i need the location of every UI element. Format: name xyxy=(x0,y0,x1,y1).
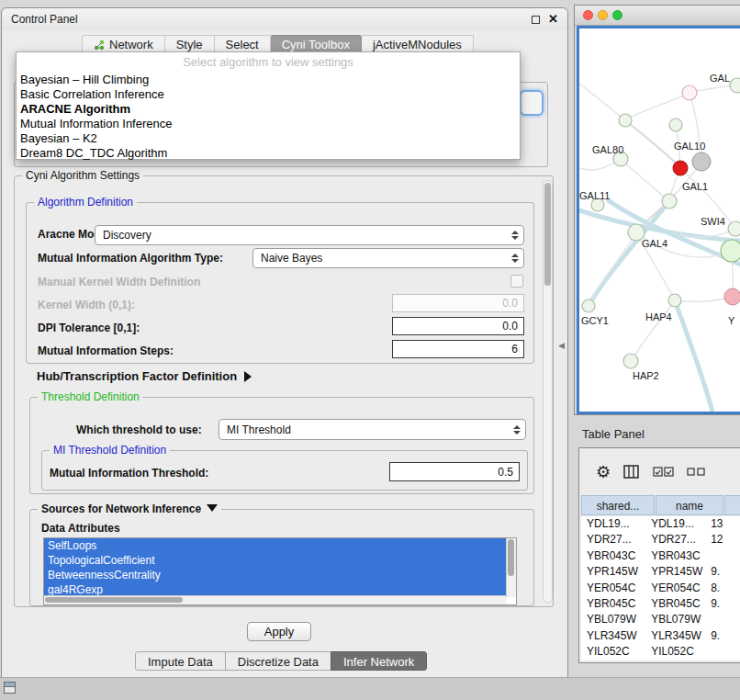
scrollbar-thumb[interactable] xyxy=(45,597,183,603)
list-horizontal-scrollbar[interactable] xyxy=(44,595,506,604)
table-row[interactable]: YIL052CYIL052C xyxy=(581,644,740,660)
data-attributes-list[interactable]: SelfLoops TopologicalCoefficient Between… xyxy=(43,537,517,605)
node-label: Y xyxy=(728,315,735,326)
list-item-selected[interactable]: SelfLoops xyxy=(44,538,506,553)
network-node[interactable] xyxy=(724,288,740,305)
network-node[interactable] xyxy=(619,114,632,127)
cell: YLR345W xyxy=(645,628,705,644)
table-panel-window: ⚙ shared... name YDL19...YDL19 xyxy=(578,447,740,663)
network-edge xyxy=(621,159,669,201)
mi-type-value: Naive Bayes xyxy=(261,252,322,265)
cell xyxy=(705,548,740,564)
cell: YDL19... xyxy=(581,516,645,532)
dpi-tolerance-field[interactable] xyxy=(392,317,524,335)
network-canvas[interactable]: GAL GAL80 GAL10 GAL11 GAL1 SWI4 GAL4 GCY… xyxy=(577,26,740,414)
float-window-icon[interactable] xyxy=(532,16,540,24)
cell: 9. xyxy=(705,596,740,612)
node-gal1[interactable] xyxy=(662,194,677,209)
scrollbar-thumb[interactable] xyxy=(508,539,514,576)
table-row[interactable]: YBR043CYBR043C xyxy=(581,548,740,564)
network-edge xyxy=(631,300,675,361)
tab-impute-data[interactable]: Impute Data xyxy=(135,651,226,671)
close-traffic-light-icon[interactable] xyxy=(583,10,593,20)
dropdown-option[interactable]: Dream8 DC_TDC Algorithm xyxy=(17,146,520,161)
mi-steps-label: Mutual Information Steps: xyxy=(38,344,174,358)
cell: YDR27... xyxy=(581,532,645,548)
aracne-mode-value: Discovery xyxy=(103,229,151,242)
list-item-selected[interactable]: TopologicalCoefficient xyxy=(44,553,506,568)
which-threshold-select[interactable]: MI Threshold xyxy=(219,419,526,440)
settings-scrollbar[interactable] xyxy=(543,180,553,603)
node-label: GAL4 xyxy=(642,238,667,249)
combo-stepper-icon xyxy=(513,425,521,435)
mi-threshold-field[interactable] xyxy=(389,462,520,481)
node-gal10[interactable] xyxy=(673,161,688,175)
network-window-titlebar[interactable] xyxy=(575,6,740,26)
bottom-tabbar: Impute Data Discretize Data Infer Networ… xyxy=(135,651,427,671)
table-row[interactable]: YLR345WYLR345W9. xyxy=(581,628,740,644)
mi-steps-field[interactable] xyxy=(392,340,524,358)
list-item-selected[interactable]: BetweennessCentrality xyxy=(44,568,506,582)
clear-checkboxes-icon[interactable] xyxy=(687,468,706,476)
gear-icon[interactable]: ⚙ xyxy=(596,464,611,480)
sources-title-toggle[interactable]: Sources for Network Inference xyxy=(38,502,221,515)
zoom-traffic-light-icon[interactable] xyxy=(612,10,622,20)
data-attributes-label: Data Attributes xyxy=(41,521,120,536)
node-gcy1[interactable] xyxy=(582,299,595,312)
apply-button[interactable]: Apply xyxy=(247,622,311,641)
table-row[interactable]: YPR145WYPR145W9. xyxy=(581,564,740,580)
mi-algorithm-type-select[interactable]: Naive Bayes xyxy=(252,248,524,268)
table-row[interactable]: YBR045CYBR045C9. xyxy=(581,596,740,612)
threshold-definition-title: Threshold Definition xyxy=(38,390,143,403)
kernel-width-label: Kernel Width (0,1): xyxy=(38,298,135,312)
cell: YBR043C xyxy=(645,548,705,564)
dpi-tolerance-label: DPI Tolerance [0,1]: xyxy=(38,321,140,335)
node-hap2[interactable] xyxy=(623,354,638,368)
column-header-extra[interactable] xyxy=(724,495,740,515)
select-all-checkboxes-icon[interactable] xyxy=(653,467,674,477)
table-row[interactable]: YDR27...YDR27...12 xyxy=(581,532,740,548)
which-threshold-value: MI Threshold xyxy=(227,423,291,436)
network-node[interactable] xyxy=(730,78,740,93)
column-header-shared[interactable]: shared... xyxy=(581,495,655,515)
table-header: shared... name xyxy=(581,495,740,515)
cell: YPR145W xyxy=(645,564,705,580)
tab-infer-network[interactable]: Infer Network xyxy=(331,651,427,671)
minimized-panel-icon[interactable] xyxy=(4,682,16,694)
dropdown-option-selected[interactable]: ARACNE Algorithm xyxy=(17,102,520,117)
tab-discretize-data[interactable]: Discretize Data xyxy=(225,651,331,671)
node-swi4[interactable] xyxy=(728,221,740,236)
network-edge xyxy=(675,300,712,412)
close-icon[interactable]: ✕ xyxy=(548,14,558,25)
algorithm-settings-button[interactable] xyxy=(520,90,544,116)
threshold-definition-group: Threshold Definition Which threshold to … xyxy=(29,397,534,494)
column-header-name[interactable]: name xyxy=(656,495,723,515)
cell: YBR043C xyxy=(581,548,645,564)
table-row[interactable]: YBL079WYBL079W xyxy=(581,612,740,627)
network-edge xyxy=(625,93,690,120)
network-node[interactable] xyxy=(692,152,711,171)
hub-section-toggle[interactable]: Hub/Transcription Factor Definition xyxy=(37,369,252,384)
table-row[interactable]: YDL19...YDL19...13 xyxy=(581,516,740,532)
network-node[interactable] xyxy=(669,119,682,131)
network-node[interactable] xyxy=(682,85,697,100)
list-vertical-scrollbar[interactable] xyxy=(506,538,516,597)
node-label: HAP2 xyxy=(633,370,659,381)
columns-icon[interactable] xyxy=(623,465,640,480)
aracne-mode-select[interactable]: Discovery xyxy=(95,225,524,245)
panel-collapse-handle[interactable]: ◀ xyxy=(558,341,565,350)
node-hap4[interactable] xyxy=(668,294,681,307)
table-row[interactable]: YER054CYER054C8. xyxy=(581,581,740,596)
mi-threshold-label: Mutual Information Threshold: xyxy=(50,466,208,480)
table-panel-title: Table Panel xyxy=(582,427,645,441)
scrollbar-thumb[interactable] xyxy=(544,183,551,286)
minimize-traffic-light-icon[interactable] xyxy=(598,10,608,20)
panel-title: Control Panel xyxy=(11,13,78,26)
dropdown-option[interactable]: Mutual Information Inference xyxy=(17,117,520,131)
dropdown-option[interactable]: Bayesian – K2 xyxy=(17,131,520,146)
collapse-arrow-icon xyxy=(207,504,218,512)
dropdown-option[interactable]: Bayesian – Hill Climbing xyxy=(17,73,520,87)
dropdown-option[interactable]: Basic Correlation Inference xyxy=(17,87,520,102)
cyni-algorithm-settings-group: Cyni Algorithm Settings Algorithm Defini… xyxy=(14,175,554,607)
network-node[interactable] xyxy=(721,240,740,262)
